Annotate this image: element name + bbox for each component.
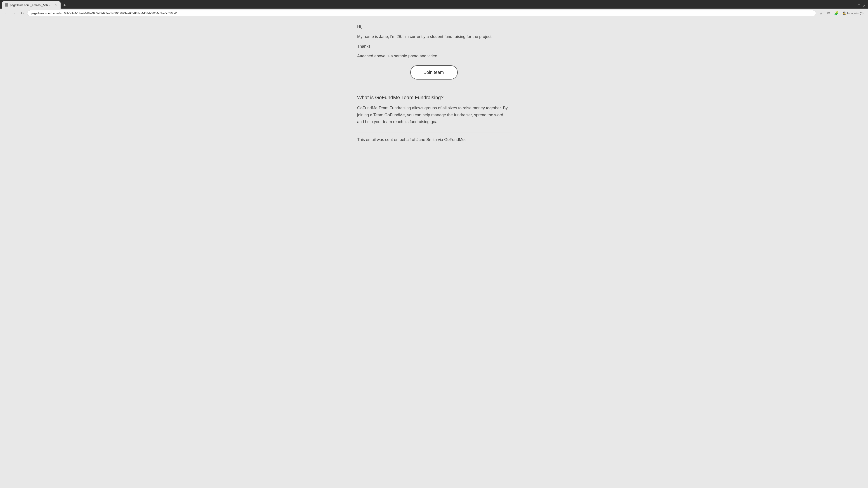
email-paragraph-1: My name is Jane, I'm 28. I'm currently a…: [357, 34, 511, 39]
forward-button[interactable]: →: [11, 10, 17, 16]
join-team-button[interactable]: Join team: [410, 65, 458, 79]
email-thanks: Thanks: [357, 44, 511, 49]
email-container: Hi, My name is Jane, I'm 28. I'm current…: [352, 18, 515, 481]
join-button-container: Join team: [357, 65, 511, 79]
incognito-icon: 🕵: [843, 11, 846, 15]
footer-divider: [357, 132, 511, 132]
split-view-button[interactable]: ⧉: [826, 10, 832, 16]
address-input[interactable]: [27, 10, 816, 16]
incognito-button[interactable]: 🕵 Incognito (3): [841, 11, 865, 16]
refresh-button[interactable]: ↻: [19, 10, 25, 16]
new-tab-button[interactable]: +: [61, 2, 68, 8]
email-greeting: Hi,: [357, 25, 511, 29]
incognito-label: Incognito (3): [847, 11, 864, 15]
email-paragraph-2: Attached above is a sample photo and vid…: [357, 54, 511, 59]
tab-favicon: [5, 3, 8, 6]
close-button[interactable]: ✕: [863, 4, 866, 8]
page-content: Hi, My name is Jane, I'm 28. I'm current…: [0, 18, 868, 481]
back-button[interactable]: ←: [3, 10, 9, 16]
active-tab[interactable]: pageflows.com/_emails/_/7fb5... ✕: [2, 1, 61, 8]
footer-text: This email was sent on behalf of Jane Sm…: [357, 137, 511, 142]
tab-close-button[interactable]: ✕: [54, 3, 57, 7]
address-bar-icons: ☆ ⧉ 🧩 🕵 Incognito (3): [818, 10, 865, 16]
tab-title: pageflows.com/_emails/_/7fb5...: [10, 3, 52, 7]
bookmark-button[interactable]: ☆: [818, 10, 824, 16]
minimize-button[interactable]: ─: [852, 4, 855, 8]
restore-button[interactable]: ❐: [857, 4, 861, 8]
address-bar: ← → ↻ ☆ ⧉ 🧩 🕵 Incognito (3): [0, 8, 868, 18]
tab-bar: pageflows.com/_emails/_/7fb5... ✕ + ─ ❐ …: [0, 0, 868, 8]
divider-1: [357, 88, 511, 88]
browser-chrome: pageflows.com/_emails/_/7fb5... ✕ + ─ ❐ …: [0, 0, 868, 18]
section-heading: What is GoFundMe Team Fundraising?: [357, 95, 511, 101]
extensions-button[interactable]: 🧩: [833, 10, 839, 16]
section-text: GoFundMe Team Fundraising allows groups …: [357, 105, 511, 125]
